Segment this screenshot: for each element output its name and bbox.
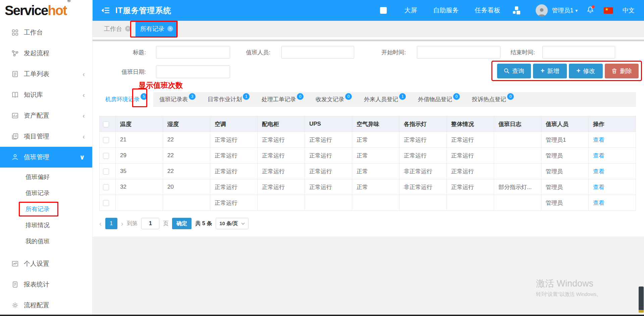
nav-task-board[interactable]: 任务看板 bbox=[475, 6, 500, 15]
duty-date-input[interactable] bbox=[156, 65, 230, 78]
table-header: 温度 bbox=[116, 116, 163, 132]
record-tab-lend-item-register[interactable]: 外借物品登记0 bbox=[412, 92, 466, 107]
confirm-button[interactable]: 确定 bbox=[172, 218, 192, 229]
prev-page-icon[interactable]: ‹ bbox=[99, 218, 102, 229]
sidebar-item-duty-mgmt[interactable]: 值班管理∨ bbox=[0, 147, 92, 168]
table-cell: 正常 bbox=[352, 164, 399, 179]
sidebar-subitem-my-duty[interactable]: 我的值班 bbox=[0, 233, 92, 249]
sidebar-subitem-duty-schedule[interactable]: 排班情况 bbox=[0, 217, 92, 233]
edit-button[interactable]: +修改 bbox=[569, 64, 603, 78]
sidebar-subitem-duty-record[interactable]: 值班记录 bbox=[0, 185, 92, 201]
filter-label-duty-person: 值班人员: bbox=[227, 49, 270, 56]
table-header: UPS bbox=[305, 116, 352, 132]
sidebar-item-ticket-list[interactable]: 工单列表‹ bbox=[0, 64, 92, 84]
record-tab-complaint-register[interactable]: 投诉热点登记0 bbox=[466, 92, 520, 107]
ticket-list-icon bbox=[11, 70, 19, 78]
table-cell: 35 bbox=[116, 164, 163, 179]
view-link[interactable]: 查看 bbox=[593, 184, 604, 190]
sidebar-item-start-flow[interactable]: 发起流程 bbox=[0, 43, 92, 64]
view-link[interactable]: 查看 bbox=[593, 137, 604, 143]
table-cell: 正常运行 bbox=[447, 164, 494, 179]
delete-button[interactable]: 删除 bbox=[605, 64, 639, 78]
record-tab-doc-exchange-record[interactable]: 收发文记录0 bbox=[310, 92, 358, 107]
sidebar-item-label: 流程配置 bbox=[24, 301, 49, 310]
sidebar-item-label: 工作台 bbox=[24, 28, 43, 37]
table-cell bbox=[399, 195, 447, 211]
record-tab-room-env-record[interactable]: 机房环境记录5 bbox=[99, 92, 153, 107]
table-cell: 非正常运行 bbox=[399, 164, 447, 179]
workspace: 工作台发起流程工单列表‹知识库‹资产配置‹项目管理‹值班管理∨值班偏好值班记录所… bbox=[0, 21, 644, 316]
view-link[interactable]: 查看 bbox=[593, 200, 604, 206]
record-tab-ticket-handle-record[interactable]: 处理工单记录0 bbox=[256, 92, 310, 107]
count-badge: 0 bbox=[507, 93, 514, 100]
table-row: 3220正常运行正常运行正常运行正常非正常运行正常运行部分指示灯...管理员查看 bbox=[100, 179, 636, 195]
sidebar-subitem-label: 值班记录 bbox=[25, 189, 50, 197]
user-name[interactable]: 管理员1 bbox=[552, 6, 573, 14]
search-button[interactable]: 查询 bbox=[497, 64, 531, 78]
nav-big-screen[interactable]: 大屏 bbox=[404, 6, 417, 15]
sidebar-item-asset-config[interactable]: 资产配置‹ bbox=[0, 105, 92, 126]
page-size-select[interactable]: 10 条/页 bbox=[216, 218, 249, 229]
brand-logo: Servicehot® bbox=[0, 0, 93, 21]
flow-config-icon bbox=[11, 302, 19, 309]
scrollbar-thumb[interactable] bbox=[639, 287, 644, 313]
flag-icon[interactable]: ★ bbox=[604, 7, 613, 14]
plus-icon: + bbox=[577, 68, 581, 74]
sidebar-item-knowledge-base[interactable]: 知识库‹ bbox=[0, 84, 92, 105]
avatar[interactable] bbox=[536, 4, 548, 16]
row-checkbox[interactable] bbox=[103, 169, 109, 175]
sidebar-item-flow-config[interactable]: 流程配置 bbox=[0, 295, 92, 316]
table-cell: 正常运行 bbox=[447, 148, 494, 164]
current-page[interactable]: 1 bbox=[105, 218, 117, 229]
tab-workbench[interactable]: 工作台 × bbox=[99, 21, 136, 37]
sidebar-item-project-mgmt[interactable]: 项目管理‹ bbox=[0, 126, 92, 147]
top-bar: Servicehot® IT服务管理系统 大屏 自助服务 任务看板 管理员1 ▾… bbox=[0, 0, 644, 21]
tab-all-records[interactable]: 所有记录 × bbox=[136, 21, 178, 37]
notification-bell-icon[interactable] bbox=[586, 6, 594, 15]
table-cell: 正常运行 bbox=[399, 132, 447, 148]
count-badge: 3 bbox=[189, 93, 196, 100]
view-link[interactable]: 查看 bbox=[593, 168, 604, 175]
table-cell: 20 bbox=[163, 179, 210, 195]
sidebar-item-label: 工单列表 bbox=[24, 70, 49, 78]
row-checkbox[interactable] bbox=[103, 137, 109, 143]
count-badge: 0 bbox=[297, 93, 304, 100]
workbench-icon bbox=[11, 29, 19, 36]
record-tab-daily-work-plan[interactable]: 日常作业计划1 bbox=[202, 92, 256, 107]
row-checkbox[interactable] bbox=[103, 184, 109, 190]
language-switch[interactable]: 中文 bbox=[623, 6, 635, 14]
sidebar-subitem-all-records[interactable]: 所有记录 bbox=[0, 201, 92, 217]
fullscreen-icon[interactable] bbox=[380, 7, 387, 14]
sidebar-item-label: 发起流程 bbox=[24, 49, 49, 58]
duty-person-input[interactable] bbox=[281, 46, 354, 59]
next-page-icon[interactable]: › bbox=[121, 218, 123, 229]
table-cell: 正常运行 bbox=[258, 164, 305, 179]
close-icon[interactable]: × bbox=[125, 26, 131, 31]
start-flow-icon bbox=[11, 50, 19, 57]
record-tab-visitor-register[interactable]: 外来人员登记1 bbox=[358, 92, 412, 107]
row-checkbox[interactable] bbox=[103, 200, 109, 206]
row-checkbox[interactable] bbox=[103, 153, 109, 159]
sidebar-item-label: 个人设置 bbox=[24, 259, 49, 268]
table-cell: 29 bbox=[116, 148, 163, 164]
count-badge: 0 bbox=[345, 93, 352, 100]
view-link[interactable]: 查看 bbox=[593, 152, 604, 159]
sidebar-item-personal-settings[interactable]: 个人设置 bbox=[0, 253, 92, 274]
notification-dot bbox=[592, 5, 595, 8]
record-tab-duty-record-sheet[interactable]: 值班记录表3 bbox=[153, 92, 202, 107]
close-icon[interactable]: × bbox=[167, 26, 173, 31]
sidebar-item-report-stats[interactable]: 报表统计 bbox=[0, 274, 92, 295]
title-input[interactable] bbox=[156, 46, 230, 59]
apps-grid-icon[interactable] bbox=[513, 6, 520, 14]
add-button[interactable]: +新增 bbox=[533, 64, 567, 78]
start-time-input[interactable] bbox=[417, 46, 500, 59]
goto-page-input[interactable] bbox=[141, 218, 159, 229]
sidebar-subitem-duty-preference[interactable]: 值班偏好 bbox=[0, 169, 92, 185]
select-all-checkbox[interactable] bbox=[103, 121, 109, 127]
table-cell: 正常运行 bbox=[210, 148, 258, 164]
nav-self-service[interactable]: 自助服务 bbox=[433, 6, 459, 15]
sidebar-item-workbench[interactable]: 工作台 bbox=[0, 22, 92, 43]
sidebar-collapse-icon[interactable] bbox=[101, 7, 110, 14]
filter-label-start-time: 开始时间: bbox=[362, 49, 406, 56]
end-time-input[interactable] bbox=[542, 46, 615, 59]
